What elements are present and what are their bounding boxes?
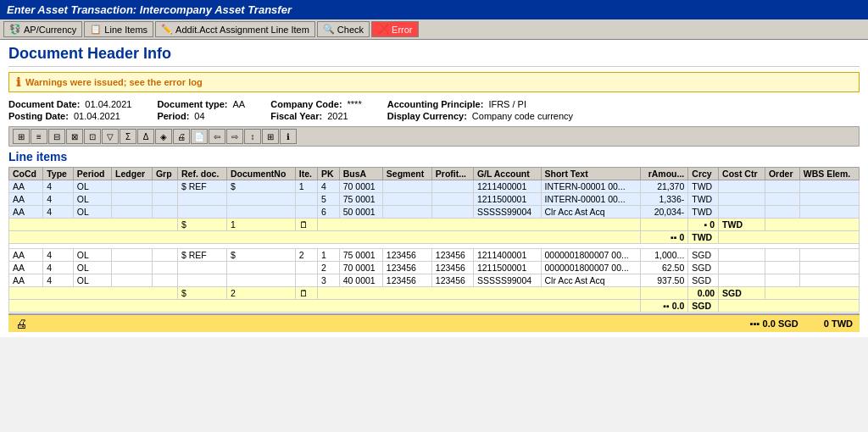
tb2-btn-13[interactable]: ⇨ (226, 129, 243, 144)
cell-order (765, 206, 799, 219)
cell-pk: 4 (318, 180, 340, 193)
page-title: Document Header Info (8, 45, 860, 67)
cell-busa: 70 0001 (339, 262, 382, 274)
grand-total-sgd: ▪▪▪ 0.0 SGD (750, 318, 798, 329)
cell-empty (318, 219, 641, 231)
tb2-btn-4[interactable]: ⊠ (66, 129, 83, 144)
col-segment: Segment (382, 168, 431, 180)
tb2-btn-6[interactable]: ▽ (102, 129, 119, 144)
cell-short-text: INTERN-00001 00... (541, 180, 641, 193)
cell-amount-sub2: ▪▪ 0 (641, 231, 688, 244)
col-docno: DocumentNo (227, 168, 296, 180)
tb2-btn-10[interactable]: 🖨 (173, 129, 190, 144)
line-items-table: CoCd Type Period Ledger Grp Ref. doc. Do… (8, 167, 860, 313)
ap-currency-button[interactable]: 💱 AP/Currency (3, 21, 82, 37)
col-cost-ctr: Cost Ctr (719, 168, 765, 180)
cell-period: OL (73, 193, 111, 206)
cell-cost-ctr (719, 180, 765, 193)
cell-busa: 40 0001 (339, 274, 382, 287)
cell-docno-sub: 2 (227, 287, 296, 300)
cell-busa: 75 0001 (339, 249, 382, 262)
cell-amount-sub4: ▪▪ 0.0 (641, 300, 688, 313)
cell-empty (765, 287, 859, 300)
cell-segment: 123456 (382, 262, 431, 274)
tb2-btn-8[interactable]: Δ (137, 129, 154, 144)
period-row: Period: 04 (157, 111, 245, 121)
doc-date-label: Document Date: (8, 99, 80, 109)
cell-ref: $ (178, 219, 227, 231)
doc-type-row: Document type: AA (157, 99, 245, 109)
table-row: AA 4 OL 6 50 0001 SSSSS99004 Clr Acc Ast… (9, 206, 860, 219)
tb2-btn-12[interactable]: ⇦ (209, 129, 225, 144)
cell-crcy: SGD (688, 262, 719, 274)
cell-pk: 6 (318, 206, 340, 219)
tb2-btn-16[interactable]: ℹ (280, 129, 297, 144)
subtotal-row-1: $ 1 🗒 ▪ 0 TWD (9, 219, 860, 231)
cell-profit: 123456 (431, 249, 473, 262)
cell-empty (641, 219, 688, 231)
cell-profit (431, 206, 473, 219)
cell-empty (719, 300, 860, 313)
tb2-btn-11[interactable]: 📄 (191, 129, 208, 144)
line-items-button[interactable]: 📋 Line Items (84, 21, 153, 37)
cell-order (765, 249, 799, 262)
line-items-icon: 📋 (90, 24, 102, 35)
cell-amount: 20,034- (641, 206, 688, 219)
period-label: Period: (157, 111, 189, 121)
cell-cocd: AA (9, 262, 43, 274)
cell-segment: 123456 (382, 249, 431, 262)
doc-date-row: Document Date: 01.04.2021 (8, 99, 131, 109)
cell-segment: 123456 (382, 274, 431, 287)
cell-empty (9, 300, 641, 313)
display-currency-value: Company code currency (472, 111, 573, 121)
cell-type: 4 (43, 180, 74, 193)
cell-wbs (799, 249, 859, 262)
check-button[interactable]: 🔍 Check (317, 21, 370, 37)
col-amount: rAmou... (641, 168, 688, 180)
tb2-btn-14[interactable]: ↕ (244, 129, 261, 144)
table-row: AA 4 OL 5 75 0001 1211500001 INTERN-0000… (9, 193, 860, 206)
addit-acct-button[interactable]: ✏️ Addit.Acct Assignment Line Item (155, 21, 315, 37)
cell-cocd: AA (9, 193, 43, 206)
tb2-btn-15[interactable]: ⊞ (262, 129, 279, 144)
cell-pk: 5 (318, 193, 340, 206)
cell-cocd: AA (9, 249, 43, 262)
tb2-btn-3[interactable]: ⊟ (48, 129, 65, 144)
cell-pk: 1 (318, 249, 340, 262)
cell-ledger (112, 193, 153, 206)
cell-ite (295, 206, 317, 219)
tb2-btn-7[interactable]: Σ (120, 129, 136, 144)
cell-docno: $ (227, 180, 296, 193)
cell-ite (295, 262, 317, 274)
cell-cost-ctr (719, 249, 765, 262)
fiscal-year-value: 2021 (327, 111, 348, 121)
col-ref-doc: Ref. doc. (178, 168, 227, 180)
cell-order (765, 180, 799, 193)
error-button[interactable]: ❌ Error (371, 21, 418, 37)
cell-cocd: AA (9, 180, 43, 193)
footer-bar: 🖨 ▪▪▪ 0.0 SGD 0 TWD (8, 313, 860, 332)
cell-gl-account: 1211400001 (473, 249, 541, 262)
cell-crcy-sub4: SGD (688, 300, 719, 313)
cell-profit (431, 193, 473, 206)
cell-crcy: SGD (688, 249, 719, 262)
warning-box: ℹ Warnings were issued; see the error lo… (8, 72, 860, 92)
tb2-btn-1[interactable]: ⊞ (13, 129, 30, 144)
cell-ref-doc (178, 274, 227, 287)
tb2-btn-5[interactable]: ⊡ (84, 129, 101, 144)
col-period: Period (73, 168, 111, 180)
tb2-btn-9[interactable]: ◈ (155, 129, 172, 144)
col-ledger: Ledger (112, 168, 153, 180)
cell-gl-account: 1211500001 (473, 262, 541, 274)
subtotal-row-4: ▪▪ 0.0 SGD (9, 300, 860, 313)
col-busa: BusA (339, 168, 382, 180)
posting-date-value: 01.04.2021 (74, 111, 120, 121)
cell-period: OL (73, 262, 111, 274)
tb2-btn-2[interactable]: ≡ (31, 129, 47, 144)
doc-type-label: Document type: (157, 99, 227, 109)
subtotal-row-2: ▪▪ 0 TWD (9, 231, 860, 244)
cell-wbs (799, 274, 859, 287)
grand-total-twd: 0 TWD (824, 318, 853, 329)
cell-type: 4 (43, 193, 74, 206)
cell-grp (152, 193, 177, 206)
